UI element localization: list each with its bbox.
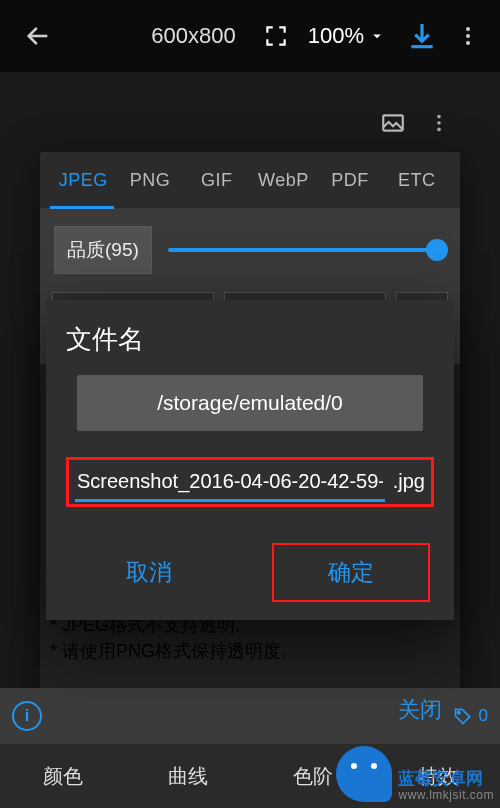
svg-point-7 xyxy=(457,711,460,714)
tag-icon xyxy=(453,706,473,726)
zoom-value: 100% xyxy=(308,23,364,49)
info-count: 0 xyxy=(479,706,488,726)
watermark-url: www.lmkjsit.com xyxy=(398,789,494,802)
fullscreen-icon[interactable] xyxy=(258,18,294,54)
info-right[interactable]: 0 xyxy=(453,706,488,726)
canvas-dimensions: 600x800 xyxy=(151,23,235,49)
format-tab-webp[interactable]: WebP xyxy=(250,170,317,191)
overflow-menu-icon[interactable] xyxy=(428,112,450,134)
slider-thumb[interactable] xyxy=(426,239,448,261)
info-icon[interactable]: i xyxy=(12,701,42,731)
save-path-chip[interactable]: /storage/emulated/0 xyxy=(77,375,423,431)
format-tab-png[interactable]: PNG xyxy=(117,170,184,191)
file-extension: .jpg xyxy=(393,470,425,497)
back-button[interactable] xyxy=(20,18,56,54)
app-toolbar: 600x800 100% xyxy=(0,0,500,72)
ok-button[interactable]: 确定 xyxy=(272,543,430,602)
filename-input[interactable] xyxy=(75,464,385,502)
dialog-buttons: 取消 确定 xyxy=(66,543,434,602)
zoom-dropdown[interactable]: 100% xyxy=(308,23,386,49)
chevron-down-icon xyxy=(368,27,386,45)
bottom-tab-color[interactable]: 颜色 xyxy=(0,744,125,808)
quality-slider[interactable] xyxy=(168,248,446,252)
format-tab-etc[interactable]: ETC xyxy=(383,170,450,191)
close-button[interactable]: 关闭 xyxy=(398,695,442,725)
watermark-title: 蓝莓安卓网 xyxy=(398,770,494,789)
svg-point-6 xyxy=(437,128,441,132)
canvas-mini-toolbar xyxy=(380,110,450,136)
image-icon[interactable] xyxy=(380,110,406,136)
format-tab-gif[interactable]: GIF xyxy=(183,170,250,191)
bottom-tab-curves[interactable]: 曲线 xyxy=(125,744,250,808)
svg-point-5 xyxy=(437,121,441,125)
filename-row-highlight: .jpg xyxy=(66,457,434,507)
format-tabs: JPEG PNG GIF WebP PDF ETC xyxy=(40,152,460,208)
overflow-menu-button[interactable] xyxy=(450,18,486,54)
svg-point-0 xyxy=(466,27,470,31)
note-line-2: * 请使用PNG格式保持透明度. xyxy=(50,638,450,664)
svg-point-1 xyxy=(466,34,470,38)
svg-point-4 xyxy=(437,115,441,119)
svg-point-2 xyxy=(466,41,470,45)
format-tab-jpeg[interactable]: JPEG xyxy=(50,170,117,191)
filename-dialog: 文件名 /storage/emulated/0 .jpg 取消 确定 xyxy=(46,300,454,620)
download-button[interactable] xyxy=(404,18,440,54)
site-watermark: 蓝莓安卓网 www.lmkjsit.com xyxy=(336,746,494,802)
quality-row: 品质(95) xyxy=(40,208,460,284)
dialog-title: 文件名 xyxy=(66,322,434,357)
tab-underline xyxy=(50,206,114,209)
android-mascot-icon xyxy=(336,746,392,802)
quality-button[interactable]: 品质(95) xyxy=(54,226,152,274)
format-tab-pdf[interactable]: PDF xyxy=(317,170,384,191)
cancel-button[interactable]: 取消 xyxy=(70,543,228,602)
